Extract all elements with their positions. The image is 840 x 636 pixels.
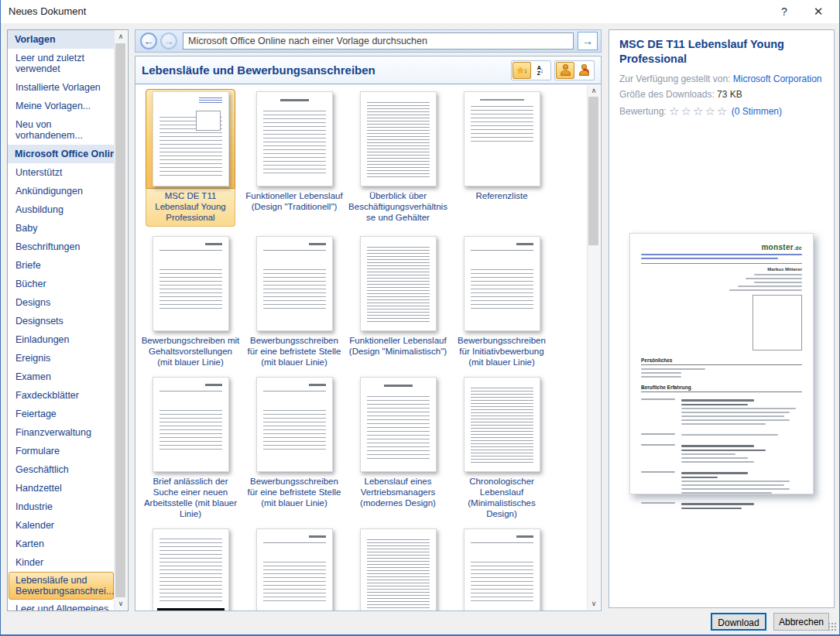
template-caption: Bewerbungsschreiben für Initiativbewerbu… bbox=[451, 335, 552, 368]
scroll-down-icon[interactable]: ∨ bbox=[115, 598, 127, 610]
search-go-button[interactable]: → bbox=[578, 32, 598, 50]
download-button[interactable]: Download bbox=[711, 613, 766, 631]
template-item[interactable]: Bewerbungsschreiben für eine befristete … bbox=[242, 374, 346, 519]
template-item[interactable] bbox=[242, 526, 346, 611]
sidebar-item[interactable]: Leer und Allgemeines bbox=[8, 600, 115, 610]
sort-by-rating-button[interactable]: ★ ↓ bbox=[513, 62, 531, 79]
grid-scroll-thumb[interactable] bbox=[588, 97, 598, 245]
sidebar-item[interactable]: Kinder bbox=[8, 553, 115, 572]
grid-scrollbar[interactable]: ∧ ∨ bbox=[587, 85, 600, 610]
sidebar-item[interactable]: Unterstützt bbox=[8, 163, 115, 182]
provider-label: Zur Verfügung gestellt von: bbox=[619, 74, 730, 84]
template-caption: Überblick über Beschäftigungsverhältniss… bbox=[348, 190, 448, 223]
hide-customer-templates-button[interactable]: × bbox=[574, 62, 593, 79]
go-icon: → bbox=[582, 35, 593, 47]
sidebar-item[interactable]: Formulare bbox=[8, 442, 115, 460]
sidebar-item[interactable]: Karten bbox=[8, 535, 115, 553]
sort-alphabetical-button[interactable]: AZ ↓ bbox=[531, 62, 550, 79]
size-label: Größe des Downloads: bbox=[619, 89, 715, 100]
sidebar-item[interactable]: Briefe bbox=[8, 256, 115, 275]
template-thumbnail bbox=[360, 91, 437, 186]
template-item[interactable]: Bewerbungschreiben mit Gehaltsvorstellun… bbox=[139, 234, 242, 368]
size-value: 73 KB bbox=[717, 89, 742, 100]
template-item[interactable] bbox=[346, 526, 450, 611]
back-button[interactable]: ← bbox=[140, 32, 157, 50]
scroll-up-icon[interactable]: ∧ bbox=[588, 85, 600, 97]
template-caption: Funktioneller Lebenslauf (Design "Minima… bbox=[348, 335, 448, 357]
resize-grip[interactable] bbox=[828, 622, 837, 631]
template-item[interactable] bbox=[450, 526, 554, 611]
template-gallery-panel: Lebensläufe und Bewerbungsanschreiben ★ … bbox=[135, 56, 602, 611]
template-item[interactable]: Chronologischer Lebenslauf (Minimalistis… bbox=[450, 374, 554, 519]
template-thumbnail-frame bbox=[146, 89, 235, 189]
close-icon[interactable]: ✕ bbox=[810, 4, 827, 19]
sidebar-item[interactable]: Lebensläufe und Bewerbungsanschrei... bbox=[9, 572, 114, 600]
template-thumbnail-frame bbox=[353, 526, 443, 611]
sidebar-item[interactable]: Examen bbox=[8, 368, 115, 386]
template-item[interactable]: Funktioneller Lebenslauf (Design "Tradit… bbox=[242, 89, 346, 227]
provider-row: Zur Verfügung gestellt von: Microsoft Co… bbox=[619, 74, 824, 84]
sidebar-item[interactable]: Industrie bbox=[8, 498, 115, 516]
sidebar-item[interactable]: Meine Vorlagen... bbox=[8, 97, 115, 115]
sidebar-item[interactable]: Leer und zuletzt verwendet bbox=[8, 49, 115, 78]
back-icon: ← bbox=[144, 36, 154, 47]
template-item[interactable]: Funktioneller Lebenslauf (Design "Minima… bbox=[346, 234, 450, 368]
template-caption: Bewerbungsschreiben für eine befristete … bbox=[244, 335, 345, 368]
sidebar-item[interactable]: Kalender bbox=[8, 516, 115, 535]
template-thumbnail-frame bbox=[249, 234, 339, 333]
sidebar-item[interactable]: Ankündigungen bbox=[8, 182, 115, 200]
template-item[interactable]: Lebenslauf eines Vertriebsmanagers (mode… bbox=[346, 374, 450, 519]
sidebar-item[interactable]: Baby bbox=[8, 219, 115, 238]
template-caption: Funktioneller Lebenslauf (Design "Tradit… bbox=[244, 190, 345, 212]
forward-button[interactable]: → bbox=[160, 32, 177, 50]
sidebar-item[interactable]: Installierte Vorlagen bbox=[8, 78, 115, 97]
template-preview: monster.de Markus Mitterer Persönliches … bbox=[629, 233, 814, 494]
template-item[interactable]: MSC DE T11 Lebenslauf Young Professional bbox=[139, 89, 242, 227]
template-thumbnail bbox=[464, 91, 540, 186]
sidebar-item[interactable]: Designsets bbox=[8, 312, 115, 330]
sort-toolgroup: ★ ↓ AZ ↓ bbox=[511, 60, 551, 80]
template-item[interactable]: Referenzliste bbox=[450, 89, 554, 227]
sidebar-item[interactable]: Geschäftlich bbox=[8, 460, 115, 479]
sidebar-item[interactable]: Bücher bbox=[8, 275, 115, 293]
monster-logo: monster.de bbox=[641, 243, 802, 251]
sidebar-item[interactable]: Ereignis bbox=[8, 349, 115, 368]
template-caption: Brief anlässlich der Suche einer neuen A… bbox=[140, 476, 241, 519]
arrow-down-icon: ↓ bbox=[524, 67, 528, 74]
search-input[interactable] bbox=[183, 32, 574, 50]
template-item[interactable] bbox=[139, 526, 242, 611]
template-thumbnail bbox=[464, 528, 540, 611]
sidebar-item[interactable]: Beschriftungen bbox=[8, 238, 115, 256]
scroll-up-icon[interactable]: ∧ bbox=[115, 31, 127, 43]
sidebar-scroll-thumb[interactable] bbox=[115, 43, 125, 597]
sidebar-item[interactable]: Designs bbox=[8, 293, 115, 312]
rating-row: Bewertung: ☆☆☆☆☆ (0 Stimmen) bbox=[619, 104, 824, 118]
template-item[interactable]: Bewerbungsschreiben für Initiativbewerbu… bbox=[450, 234, 554, 368]
template-caption: MSC DE T11 Lebenslauf Young Professional bbox=[146, 189, 235, 227]
sidebar-item[interactable]: Faxdeckblätter bbox=[8, 386, 115, 405]
sidebar-item[interactable]: Neu von vorhandenem... bbox=[8, 115, 115, 145]
template-thumbnail bbox=[153, 377, 229, 472]
template-thumbnail-frame bbox=[457, 526, 547, 611]
template-thumbnail bbox=[360, 236, 437, 331]
sidebar-item[interactable]: Ausbildung bbox=[8, 200, 115, 219]
template-item[interactable]: Überblick über Beschäftigungsverhältniss… bbox=[346, 89, 450, 227]
category-title: Lebensläufe und Bewerbungsanschreiben bbox=[142, 63, 508, 77]
template-item[interactable]: Brief anlässlich der Suche einer neuen A… bbox=[139, 374, 242, 519]
sidebar-item[interactable]: Feiertage bbox=[8, 405, 115, 423]
template-item[interactable]: Bewerbungsschreiben für eine befristete … bbox=[242, 234, 346, 368]
template-caption: Lebenslauf eines Vertriebsmanagers (mode… bbox=[348, 476, 448, 508]
sidebar-scrollbar[interactable]: ∧ ∨ bbox=[114, 31, 127, 610]
sidebar-item[interactable]: Handzettel bbox=[8, 479, 115, 498]
template-grid: MSC DE T11 Lebenslauf Young Professional… bbox=[135, 85, 587, 610]
help-icon[interactable]: ? bbox=[776, 4, 793, 19]
sidebar-item[interactable]: Einladungen bbox=[8, 330, 115, 349]
scroll-down-icon[interactable]: ∨ bbox=[588, 598, 600, 610]
show-customer-templates-button[interactable] bbox=[556, 62, 574, 79]
template-thumbnail-frame bbox=[146, 374, 235, 474]
sidebar-group-header: Microsoft Office Online bbox=[8, 145, 115, 163]
provider-link[interactable]: Microsoft Corporation bbox=[733, 74, 822, 84]
sidebar-item[interactable]: Finanzverwaltung bbox=[8, 423, 115, 442]
cancel-button[interactable]: Abbrechen bbox=[773, 613, 829, 631]
template-thumbnail-frame bbox=[457, 89, 547, 189]
